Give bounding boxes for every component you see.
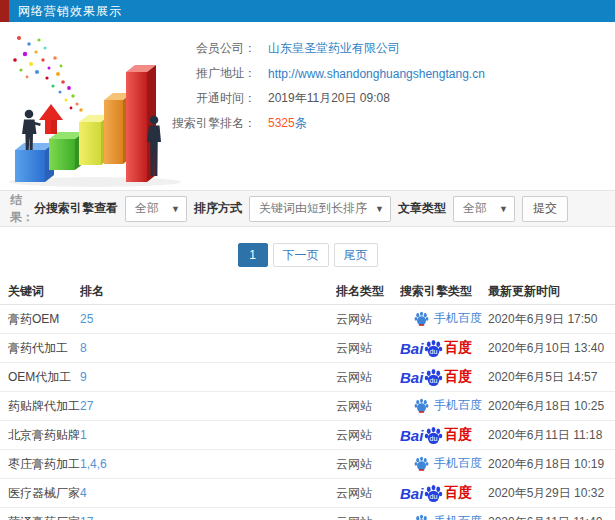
rank-type-cell: 云网站 [336, 369, 400, 386]
rank-cell[interactable]: 4 [80, 486, 336, 500]
baidu-bai-text: Bai [400, 369, 423, 386]
engine-cell: 手机百度 [400, 513, 488, 520]
rank-count: 5325 [268, 116, 295, 130]
engine-filter-label: 分搜索引擎查看 [34, 200, 118, 217]
table-body: 膏药OEM25云网站手机百度2020年6月9日 17:50膏药代加工8云网站Ba… [0, 305, 615, 520]
rank-cell[interactable]: 25 [80, 312, 336, 326]
updated-cell: 2020年6月18日 10:19 [488, 456, 615, 473]
info-row: 搜索引擎排名：5325条 [160, 111, 605, 136]
info-row: 推广地址：http://www.shandonghuangshengtang.c… [160, 61, 605, 86]
table-row: 菏泽膏药厂家17云网站手机百度2020年6月11日 11:40 [0, 508, 615, 520]
col-header-3: 搜索引擎类型 [400, 283, 488, 300]
rank-cell[interactable]: 17 [80, 515, 336, 520]
info-text-2: 2019年11月20日 09:08 [268, 90, 390, 107]
svg-text:du: du [430, 376, 438, 384]
engine-cell: 手机百度 [400, 310, 488, 329]
svg-text:du: du [430, 492, 438, 500]
baidu-paw-icon: du [424, 339, 443, 358]
info-link-0[interactable]: 山东皇圣堂药业有限公司 [268, 40, 400, 57]
updated-cell: 2020年6月5日 14:57 [488, 369, 615, 386]
baidu-bai-text: Bai [400, 427, 423, 444]
rank-type-cell: 云网站 [336, 456, 400, 473]
article-type-label: 文章类型 [398, 200, 446, 217]
updated-cell: 2020年5月29日 10:32 [488, 485, 615, 502]
engine-cell: 手机百度 [400, 455, 488, 474]
caret-down-icon: ▼ [367, 204, 384, 214]
caret-down-icon: ▼ [163, 204, 180, 214]
keyword-cell: 北京膏药贴牌 [8, 427, 80, 444]
keyword-cell: 菏泽膏药厂家 [8, 514, 80, 520]
rank-cell[interactable]: 1,4,6 [80, 457, 336, 471]
updated-cell: 2020年6月9日 17:50 [488, 311, 615, 328]
col-header-1: 排名 [80, 283, 336, 300]
info-link-1[interactable]: http://www.shandonghuangshengtang.cn [268, 67, 485, 81]
col-header-2: 排名类型 [336, 283, 400, 300]
baidu-paw-icon [414, 311, 429, 326]
baidu-logo: Baidu百度 [400, 484, 472, 503]
updated-cell: 2020年6月11日 11:18 [488, 427, 615, 444]
search-rank-value: 5325条 [268, 115, 307, 132]
submit-button[interactable]: 提交 [522, 196, 568, 222]
mobile-baidu-logo: 手机百度 [400, 397, 482, 414]
marketing-chart-illustration [3, 30, 185, 188]
rank-cell[interactable]: 27 [80, 399, 336, 413]
info-row: 开通时间：2019年11月20日 09:08 [160, 86, 605, 111]
baidu-paw-icon: du [424, 368, 443, 387]
table-row: 枣庄膏药加工1,4,6云网站手机百度2020年6月18日 10:19 [0, 450, 615, 479]
baidu-logo: Baidu百度 [400, 339, 472, 358]
page-current[interactable]: 1 [238, 243, 268, 267]
keyword-cell: 药贴牌代加工 [8, 398, 80, 415]
baidu-paw-icon: du [424, 484, 443, 503]
result-label: 结果： [10, 192, 34, 226]
mobile-baidu-label: 手机百度 [434, 310, 482, 327]
rank-cell[interactable]: 1 [80, 428, 336, 442]
mobile-baidu-label: 手机百度 [434, 513, 482, 520]
col-header-4: 最新更新时间 [488, 283, 615, 300]
baidu-paw-icon: du [424, 484, 443, 503]
sort-label: 排序方式 [194, 200, 242, 217]
mobile-baidu-label: 手机百度 [434, 397, 482, 414]
mobile-baidu-logo: 手机百度 [400, 455, 482, 472]
mobile-baidu-logo: 手机百度 [400, 310, 482, 327]
engine-cell: Baidu百度 [400, 426, 488, 445]
info-label-3: 搜索引擎排名： [160, 115, 256, 132]
engine-filter-select[interactable]: 全部 ▼ [125, 196, 187, 222]
page-next[interactable]: 下一页 [273, 243, 329, 267]
accent-stripe [0, 0, 9, 22]
baidu-paw-icon: du [424, 339, 443, 358]
engine-cell: Baidu百度 [400, 368, 488, 387]
bar-blue [15, 143, 54, 182]
rank-type-cell: 云网站 [336, 514, 400, 520]
caret-down-icon: ▼ [491, 204, 508, 214]
table-row: OEM代加工9云网站Baidu百度2020年6月5日 14:57 [0, 363, 615, 392]
rank-type-cell: 云网站 [336, 398, 400, 415]
baidu-cn-text: 百度 [444, 339, 472, 357]
info-row: 会员公司：山东皇圣堂药业有限公司 [160, 36, 605, 61]
keyword-cell: OEM代加工 [8, 369, 80, 386]
table-row: 膏药OEM25云网站手机百度2020年6月9日 17:50 [0, 305, 615, 334]
sort-value: 关键词由短到长排序 [259, 200, 367, 217]
rank-unit: 条 [295, 116, 307, 130]
rank-type-cell: 云网站 [336, 311, 400, 328]
article-type-select[interactable]: 全部 ▼ [453, 196, 515, 222]
rank-cell[interactable]: 8 [80, 341, 336, 355]
table-row: 药贴牌代加工27云网站手机百度2020年6月18日 10:25 [0, 392, 615, 421]
bar-chart-image [3, 30, 185, 188]
info-label-2: 开通时间： [160, 90, 256, 107]
filter-bar: 结果： 分搜索引擎查看 全部 ▼ 排序方式 关键词由短到长排序 ▼ 文章类型 全… [0, 190, 615, 227]
confetti-dots [13, 36, 83, 112]
baidu-cn-text: 百度 [444, 484, 472, 502]
bar-green [49, 132, 84, 170]
baidu-cn-text: 百度 [444, 368, 472, 386]
page-last[interactable]: 尾页 [334, 243, 378, 267]
rank-type-cell: 云网站 [336, 340, 400, 357]
engine-filter-value: 全部 [135, 200, 159, 217]
baidu-bai-text: Bai [400, 340, 423, 357]
rank-cell[interactable]: 9 [80, 370, 336, 384]
keyword-cell: 枣庄膏药加工 [8, 456, 80, 473]
rank-type-cell: 云网站 [336, 485, 400, 502]
baidu-paw-icon [414, 514, 429, 520]
info-label-0: 会员公司： [160, 40, 256, 57]
sort-select[interactable]: 关键词由短到长排序 ▼ [249, 196, 391, 222]
up-arrow-icon [39, 104, 63, 134]
